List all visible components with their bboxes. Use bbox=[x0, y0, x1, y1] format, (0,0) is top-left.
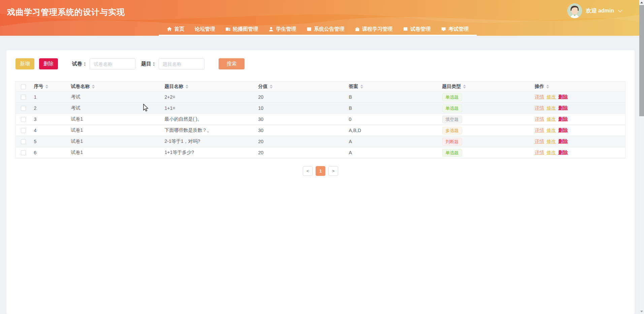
row-checkbox[interactable] bbox=[21, 95, 26, 100]
cell-no: 4 bbox=[31, 125, 68, 136]
sort-carets-icon[interactable] bbox=[360, 85, 363, 89]
delete-link[interactable]: 删除 bbox=[558, 116, 568, 122]
nav-item-courses[interactable]: 课程学习管理 bbox=[355, 26, 392, 32]
search-button[interactable]: 搜索 bbox=[219, 58, 245, 69]
nav-item-label: 轮播图管理 bbox=[233, 26, 258, 32]
column-header-score[interactable]: 分值 bbox=[256, 82, 346, 92]
type-badge: 判断题 bbox=[442, 138, 462, 146]
cell-answer: B bbox=[346, 92, 440, 103]
column-header-no[interactable]: 序号 bbox=[31, 82, 68, 92]
nav-item-announcements[interactable]: 系统公告管理 bbox=[307, 26, 344, 32]
detail-link[interactable]: 详情 bbox=[535, 127, 544, 133]
select-all-checkbox[interactable] bbox=[21, 84, 26, 89]
cell-answer: A,B,D bbox=[346, 125, 440, 136]
delete-link[interactable]: 删除 bbox=[558, 127, 568, 133]
delete-link[interactable]: 删除 bbox=[558, 150, 568, 155]
delete-button[interactable]: 删除 bbox=[39, 58, 58, 69]
detail-link[interactable]: 详情 bbox=[535, 138, 544, 144]
nav-item-label: 试卷管理 bbox=[410, 26, 430, 32]
detail-link[interactable]: 详情 bbox=[535, 105, 544, 111]
questions-table: 序号 试卷名称 题目名称 分值 答案 题目类型 操作 1 考试 2+2= 20 … bbox=[15, 81, 625, 158]
content-card: 新增 删除 试卷： 题目： 搜索 序号 试卷名称 题目名称 分值 答案 bbox=[6, 50, 635, 314]
table-row: 5 试卷1 2-1等于1，对吗? 20 A 判断题 详情修改删除 bbox=[16, 136, 625, 147]
question-field-label: 题目： bbox=[141, 61, 156, 67]
sort-carets-icon[interactable] bbox=[546, 85, 549, 89]
edit-link[interactable]: 修改 bbox=[547, 94, 556, 99]
cell-answer: B bbox=[346, 103, 440, 114]
cell-paper: 考试 bbox=[68, 92, 162, 103]
edit-link[interactable]: 修改 bbox=[547, 105, 556, 111]
scroll-up-icon[interactable] bbox=[639, 0, 644, 5]
column-header-answer[interactable]: 答案 bbox=[346, 82, 440, 92]
add-button[interactable]: 新增 bbox=[15, 58, 34, 69]
cell-no: 3 bbox=[31, 114, 68, 125]
cell-question: 1+1等于多少? bbox=[162, 147, 256, 158]
sort-carets-icon[interactable] bbox=[45, 85, 48, 89]
user-menu[interactable]: 欢迎 admin bbox=[567, 3, 621, 18]
nav-item-exams[interactable]: 考试管理 bbox=[441, 26, 469, 32]
cell-answer: A bbox=[346, 147, 440, 158]
edit-link[interactable]: 修改 bbox=[547, 138, 556, 144]
column-header-question[interactable]: 题目名称 bbox=[162, 82, 256, 92]
cell-score: 30 bbox=[256, 114, 346, 125]
detail-link[interactable]: 详情 bbox=[535, 116, 544, 122]
row-checkbox[interactable] bbox=[21, 117, 26, 122]
pagination: < 1 > bbox=[15, 166, 625, 176]
edit-link[interactable]: 修改 bbox=[547, 116, 556, 122]
sort-carets-icon[interactable] bbox=[186, 85, 188, 89]
nav-item-papers[interactable]: 试卷管理 bbox=[403, 26, 430, 32]
scrollbar-thumb[interactable] bbox=[639, 5, 644, 116]
column-header-paper[interactable]: 试卷名称 bbox=[68, 82, 162, 92]
nav-item-label: 系统公告管理 bbox=[314, 26, 344, 32]
table-row: 3 试卷1 最小的自然是( )。 30 0 填空题 详情修改删除 bbox=[16, 114, 625, 125]
nav-item-students[interactable]: 学生管理 bbox=[268, 26, 296, 32]
detail-link[interactable]: 详情 bbox=[535, 94, 544, 99]
delete-link[interactable]: 删除 bbox=[558, 105, 568, 111]
app-screen: 戏曲学习管理系统的设计与实现 欢迎 admin 首页 论坛管理 bbox=[0, 0, 644, 314]
student-icon bbox=[268, 27, 273, 32]
cell-paper: 试卷1 bbox=[68, 114, 162, 125]
row-checkbox[interactable] bbox=[21, 150, 26, 155]
cell-question: 2+2= bbox=[162, 92, 256, 103]
next-page-button[interactable]: > bbox=[328, 166, 338, 176]
sort-carets-icon[interactable] bbox=[270, 85, 272, 89]
cell-paper: 试卷1 bbox=[68, 136, 162, 147]
delete-link[interactable]: 删除 bbox=[558, 94, 568, 99]
type-badge: 单选题 bbox=[442, 93, 462, 101]
current-page-button[interactable]: 1 bbox=[316, 166, 325, 176]
cell-answer: 0 bbox=[346, 114, 440, 125]
row-checkbox[interactable] bbox=[21, 139, 26, 144]
cell-question: 最小的自然是( )。 bbox=[162, 114, 256, 125]
column-header-ops[interactable]: 操作 bbox=[532, 82, 625, 92]
table-row: 6 试卷1 1+1等于多少? 20 A 单选题 详情修改删除 bbox=[16, 147, 625, 158]
edit-link[interactable]: 修改 bbox=[547, 150, 556, 155]
table-row: 1 考试 2+2= 20 B 单选题 详情修改删除 bbox=[16, 92, 625, 103]
question-name-input[interactable] bbox=[159, 58, 204, 69]
prev-page-button[interactable]: < bbox=[303, 166, 313, 176]
cell-no: 5 bbox=[31, 136, 68, 147]
nav-item-home[interactable]: 首页 bbox=[167, 26, 184, 32]
nav-item-carousel[interactable]: 轮播图管理 bbox=[225, 26, 258, 32]
nav-item-label: 考试管理 bbox=[448, 26, 469, 32]
avatar[interactable] bbox=[567, 3, 582, 18]
table-row: 2 考试 1+1= 10 B 单选题 详情修改删除 bbox=[16, 103, 625, 114]
row-checkbox[interactable] bbox=[21, 106, 26, 111]
nav-item-forum[interactable]: 论坛管理 bbox=[195, 26, 215, 32]
scroll-down-icon[interactable] bbox=[639, 309, 644, 314]
detail-link[interactable]: 详情 bbox=[535, 150, 544, 155]
main-nav: 首页 论坛管理 轮播图管理 学生管理 系统公告管理 课程学习管理 bbox=[159, 23, 477, 36]
cell-paper: 考试 bbox=[68, 103, 162, 114]
cell-paper: 试卷1 bbox=[68, 147, 162, 158]
delete-link[interactable]: 删除 bbox=[558, 138, 568, 144]
cell-score: 10 bbox=[256, 103, 346, 114]
toolbar: 新增 删除 试卷： 题目： 搜索 bbox=[15, 58, 625, 69]
vertical-scrollbar[interactable] bbox=[639, 0, 644, 314]
column-header-type[interactable]: 题目类型 bbox=[440, 82, 532, 92]
row-checkbox[interactable] bbox=[21, 128, 26, 133]
edit-link[interactable]: 修改 bbox=[547, 127, 556, 133]
paper-name-input[interactable] bbox=[90, 58, 135, 69]
sort-carets-icon[interactable] bbox=[92, 85, 95, 89]
cell-no: 2 bbox=[31, 103, 68, 114]
cell-no: 6 bbox=[31, 147, 68, 158]
sort-carets-icon[interactable] bbox=[463, 85, 466, 89]
